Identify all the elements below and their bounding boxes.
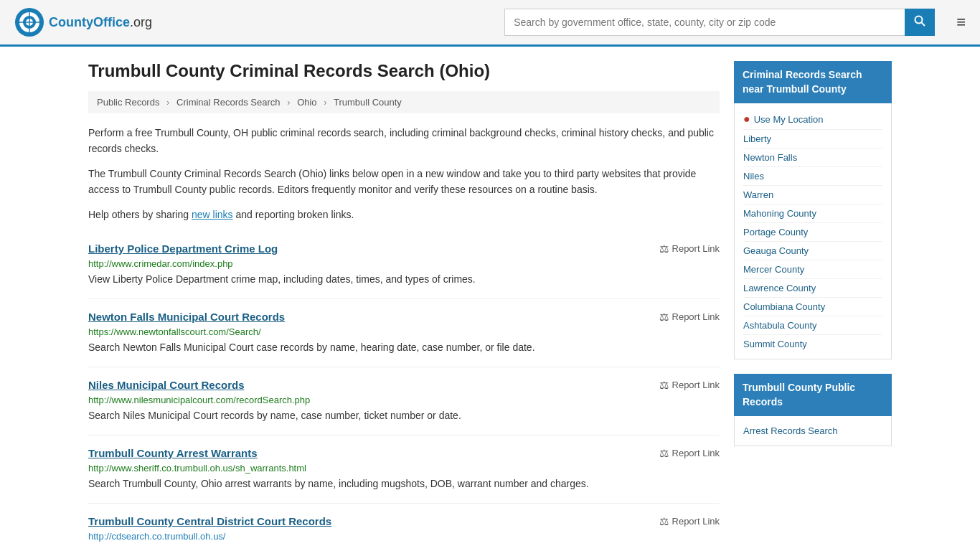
menu-button[interactable]: ≡ <box>956 13 966 32</box>
sidebar-link-11[interactable]: Summit County <box>743 335 882 353</box>
sidebar-links2-container: Arrest Records Search <box>743 422 882 440</box>
report-link-3[interactable]: ⚖ Report Link <box>659 447 720 460</box>
report-link-1[interactable]: ⚖ Report Link <box>659 311 720 324</box>
sidebar-link-2[interactable]: Niles <box>743 167 882 186</box>
result-header: Niles Municipal Court Records ⚖ Report L… <box>88 379 720 392</box>
logo-icon <box>14 7 44 37</box>
result-desc-1: Search Newton Falls Municipal Court case… <box>88 340 720 355</box>
result-url-0: http://www.crimedar.com/index.php <box>88 258 720 269</box>
sidebar-link-6[interactable]: Geauga County <box>743 242 882 260</box>
result-url-link-4[interactable]: http://cdsearch.co.trumbull.oh.us/ <box>88 531 225 542</box>
result-url-3: http://www.sheriff.co.trumbull.oh.us/sh_… <box>88 463 720 474</box>
result-title-2[interactable]: Niles Municipal Court Records <box>88 379 245 391</box>
result-desc-2: Search Niles Municipal Court records by … <box>88 408 720 423</box>
sidebar-link-8[interactable]: Lawrence County <box>743 279 882 298</box>
svg-point-6 <box>915 17 923 24</box>
result-header: Newton Falls Municipal Court Records ⚖ R… <box>88 311 720 324</box>
breadcrumb-criminal-records-search[interactable]: Criminal Records Search <box>176 97 281 108</box>
result-item: Niles Municipal Court Records ⚖ Report L… <box>88 367 720 435</box>
svg-line-7 <box>922 23 925 27</box>
report-link-label-4: Report Link <box>672 516 720 527</box>
sidebar-links-container: LibertyNewton FallsNilesWarrenMahoning C… <box>743 130 882 353</box>
report-icon-1: ⚖ <box>659 311 669 324</box>
report-link-label-3: Report Link <box>672 448 720 458</box>
result-url-1: https://www.newtonfallscourt.com/Search/ <box>88 326 720 337</box>
page-title: Trumbull County Criminal Records Search … <box>88 61 720 81</box>
result-title-3[interactable]: Trumbull County Arrest Warrants <box>88 447 258 459</box>
use-location-label: Use My Location <box>754 114 824 125</box>
result-header: Liberty Police Department Crime Log ⚖ Re… <box>88 242 720 255</box>
search-icon <box>914 15 925 27</box>
sidebar-link2-0[interactable]: Arrest Records Search <box>743 422 882 440</box>
result-desc-3: Search Trumbull County, Ohio arrest warr… <box>88 476 720 491</box>
sidebar-link-0[interactable]: Liberty <box>743 130 882 149</box>
sidebar-section1-header: Criminal Records Search near Trumbull Co… <box>734 61 892 103</box>
intro-p1: Perform a free Trumbull County, OH publi… <box>88 125 720 157</box>
sidebar-link-9[interactable]: Columbiana County <box>743 298 882 316</box>
report-icon-2: ⚖ <box>659 379 669 392</box>
result-title-0[interactable]: Liberty Police Department Crime Log <box>88 242 278 255</box>
sidebar-body-public-records: Arrest Records Search <box>734 416 892 446</box>
sidebar-link-3[interactable]: Warren <box>743 186 882 204</box>
report-icon-0: ⚖ <box>659 242 669 255</box>
sidebar-body-nearby: ● Use My Location LibertyNewton FallsNil… <box>734 103 892 359</box>
sidebar-link-10[interactable]: Ashtabula County <box>743 316 882 335</box>
result-item: Trumbull County Central District Court R… <box>88 504 720 551</box>
sidebar-link-1[interactable]: Newton Falls <box>743 149 882 167</box>
result-item: Trumbull County Arrest Warrants ⚖ Report… <box>88 435 720 504</box>
result-item: Liberty Police Department Crime Log ⚖ Re… <box>88 231 720 299</box>
logo-link[interactable]: CountyOffice.org <box>14 7 152 37</box>
result-header: Trumbull County Central District Court R… <box>88 515 720 528</box>
result-url-2: http://www.nilesmunicipalcourt.com/recor… <box>88 395 720 405</box>
result-url-link-1[interactable]: https://www.newtonfallscourt.com/Search/ <box>88 326 261 337</box>
location-dot-icon: ● <box>743 113 750 126</box>
sidebar-section2-header: Trumbull County Public Records <box>734 374 892 416</box>
report-icon-4: ⚖ <box>659 515 669 528</box>
sidebar-link-4[interactable]: Mahoning County <box>743 204 882 223</box>
header: CountyOffice.org ≡ <box>0 0 980 47</box>
content-area: Trumbull County Criminal Records Search … <box>88 61 720 551</box>
intro-p3-start: Help others by sharing <box>88 209 192 220</box>
use-location-link[interactable]: ● Use My Location <box>743 109 882 130</box>
result-url-4: http://cdsearch.co.trumbull.oh.us/ <box>88 531 720 542</box>
report-link-label-2: Report Link <box>672 380 720 390</box>
breadcrumb-public-records[interactable]: Public Records <box>97 97 159 108</box>
report-link-0[interactable]: ⚖ Report Link <box>659 242 720 255</box>
report-link-label-1: Report Link <box>672 311 720 322</box>
result-desc-0: View Liberty Police Department crime map… <box>88 272 720 287</box>
sidebar-link-7[interactable]: Mercer County <box>743 260 882 279</box>
sidebar-section-nearby: Criminal Records Search near Trumbull Co… <box>734 61 892 359</box>
main-container: Trumbull County Criminal Records Search … <box>74 47 906 551</box>
breadcrumb: Public Records › Criminal Records Search… <box>88 91 720 113</box>
search-input[interactable] <box>504 9 905 36</box>
new-links[interactable]: new links <box>192 209 233 220</box>
results-container: Liberty Police Department Crime Log ⚖ Re… <box>88 231 720 551</box>
search-button[interactable] <box>905 9 935 36</box>
report-link-4[interactable]: ⚖ Report Link <box>659 515 720 528</box>
result-url-link-0[interactable]: http://www.crimedar.com/index.php <box>88 258 233 269</box>
breadcrumb-ohio[interactable]: Ohio <box>297 97 316 108</box>
breadcrumb-current: Trumbull County <box>334 97 402 108</box>
sidebar-section-public-records: Trumbull County Public Records Arrest Re… <box>734 374 892 446</box>
sidebar-link-5[interactable]: Portage County <box>743 223 882 242</box>
report-link-2[interactable]: ⚖ Report Link <box>659 379 720 392</box>
result-title-4[interactable]: Trumbull County Central District Court R… <box>88 515 331 527</box>
report-icon-3: ⚖ <box>659 447 669 460</box>
intro-p2: The Trumbull County Criminal Records Sea… <box>88 166 720 198</box>
result-title-1[interactable]: Newton Falls Municipal Court Records <box>88 311 285 323</box>
result-url-link-2[interactable]: http://www.nilesmunicipalcourt.com/recor… <box>88 395 310 405</box>
intro-p3-end: and reporting broken links. <box>233 209 354 220</box>
logo-text: CountyOffice.org <box>49 15 152 30</box>
search-area <box>504 9 935 36</box>
result-url-link-3[interactable]: http://www.sheriff.co.trumbull.oh.us/sh_… <box>88 463 306 474</box>
sidebar: Criminal Records Search near Trumbull Co… <box>734 61 892 551</box>
intro-p3: Help others by sharing new links and rep… <box>88 207 720 222</box>
result-item: Newton Falls Municipal Court Records ⚖ R… <box>88 299 720 367</box>
report-link-label-0: Report Link <box>672 243 720 254</box>
result-header: Trumbull County Arrest Warrants ⚖ Report… <box>88 447 720 460</box>
